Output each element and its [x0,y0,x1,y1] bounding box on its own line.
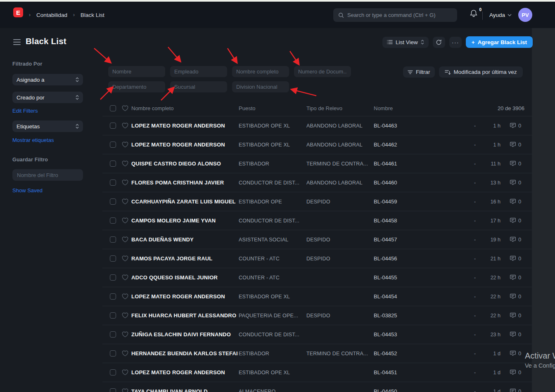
show-tags-link[interactable]: Mostrar etiquetas [12,137,54,143]
row-comments[interactable]: 0 [510,388,524,392]
row-document-id[interactable]: BL-04452 [374,350,423,357]
table-row[interactable]: CAMPOS MOLERO JAIME YVAN CONDUCTOR DE DI… [102,211,532,230]
assigned-to-select[interactable]: Asignado a [12,74,83,85]
favorite-icon[interactable] [122,331,128,338]
row-document-id[interactable]: BL-04460 [374,179,423,186]
row-checkbox[interactable] [110,388,116,392]
table-row[interactable]: LOPEZ MATEO ROGER ANDERSON ESTIBADOR OPE… [102,287,532,306]
breadcrumb-contabilidad[interactable]: Contabilidad [36,12,67,18]
row-document-id[interactable]: BL-04458 [374,217,423,224]
more-options-button[interactable]: ··· [449,37,462,48]
table-row[interactable]: QUISPE CASTRO DIEGO ALONSO ESTIBADOR TER… [102,154,532,173]
add-black-list-button[interactable]: + Agregar Black List [466,36,533,48]
table-row[interactable]: LOPEZ MATEO ROGER ANDERSON ESTIBADOR OPE… [102,135,532,154]
breadcrumb-black-list[interactable]: Black List [81,12,104,18]
table-row[interactable]: FLORES POMA CRISTHIAN JAVIER CONDUCTOR D… [102,173,532,192]
row-checkbox[interactable] [110,217,116,224]
table-row[interactable]: HERNANDEZ BUENDIA KARLOS STEFAI ESTIBADO… [102,344,532,363]
row-checkbox[interactable] [110,123,116,129]
row-document-id[interactable]: BL-04456 [374,255,423,262]
row-comments[interactable]: 0 [510,312,524,319]
row-comments[interactable]: 0 [510,142,524,148]
row-full-name[interactable]: TAYA CHAMBLIVAN ARNOLD [131,388,239,392]
header-nombre[interactable]: Nombre [374,105,423,111]
edit-filters-link[interactable]: Edit Filters [12,108,38,114]
table-row[interactable]: LOPEZ MATEO ROGER ANDERSON ESTIBADOR OPE… [102,116,532,135]
row-checkbox[interactable] [110,179,116,186]
table-row[interactable]: RAMOS PACAYA JORGE RAUL COUNTER - ATC DE… [102,249,532,268]
notifications-button[interactable]: 0 [469,8,481,21]
row-checkbox[interactable] [110,331,116,338]
tags-select[interactable]: Etiquetas [12,120,83,132]
filter-nombre-completo-input[interactable] [232,66,289,77]
favorite-icon[interactable] [122,179,128,186]
filter-name-input[interactable] [12,169,83,181]
header-puesto[interactable]: Puesto [239,105,306,111]
favorite-icon[interactable] [122,312,128,319]
row-document-id[interactable]: BL-04462 [374,142,423,148]
filter-numero-documento-input[interactable] [294,66,351,77]
favorite-column-icon[interactable] [122,105,128,111]
table-row[interactable]: FELIX HUARCA HUBERT ALESSANDRO PAQUETERI… [102,306,532,325]
filter-nombre-input[interactable] [108,66,165,77]
row-full-name[interactable]: LOPEZ MATEO ROGER ANDERSON [131,369,239,375]
global-search-input[interactable]: Search or type a command (Ctrl + G) [333,8,457,22]
filter-departamento-input[interactable] [108,81,165,92]
help-menu[interactable]: Ayuda [489,2,512,28]
row-checkbox[interactable] [110,274,116,281]
row-full-name[interactable]: LOPEZ MATEO ROGER ANDERSON [131,293,239,300]
favorite-icon[interactable] [122,198,128,205]
row-comments[interactable]: 0 [510,217,524,224]
row-checkbox[interactable] [110,312,116,319]
table-row[interactable]: ZUÑIGA ESLACHIN DAIVI FERNANDO CONDUCTOR… [102,325,532,344]
app-logo[interactable]: E [13,7,23,17]
row-checkbox[interactable] [110,161,116,167]
row-checkbox[interactable] [110,369,116,375]
row-comments[interactable]: 0 [510,161,524,167]
row-comments[interactable]: 0 [510,198,524,205]
sidebar-toggle-icon[interactable] [13,39,21,45]
favorite-icon[interactable] [122,350,128,357]
favorite-icon[interactable] [122,236,128,243]
favorite-icon[interactable] [122,369,128,375]
avatar[interactable]: PV [518,8,532,22]
favorite-icon[interactable] [122,142,128,148]
header-nombre-completo[interactable]: Nombre completo [131,105,239,111]
row-comments[interactable]: 0 [510,369,524,375]
sort-button[interactable]: Modificada por última vez [439,66,523,78]
favorite-icon[interactable] [122,274,128,281]
row-document-id[interactable]: BL-04451 [374,369,423,375]
row-document-id[interactable]: BL-04450 [374,388,423,392]
row-document-id[interactable]: BL-04459 [374,198,423,205]
table-row[interactable]: CCARHUAYPIÑA ZARATE LUIS MIGUEL ESTIBADO… [102,192,532,211]
row-checkbox[interactable] [110,236,116,243]
table-row[interactable]: BACA DUEÑAS WENDY ASISTENTA SOCIAL DESPI… [102,230,532,249]
row-comments[interactable]: 0 [510,123,524,129]
filter-button[interactable]: Filtrar [403,66,435,78]
favorite-icon[interactable] [122,161,128,167]
row-comments[interactable]: 0 [510,236,524,243]
row-full-name[interactable]: QUISPE CASTRO DIEGO ALONSO [131,161,239,167]
row-document-id[interactable]: BL-04453 [374,331,423,338]
row-document-id[interactable]: BL-04457 [374,236,423,243]
row-comments[interactable]: 0 [510,179,524,186]
filter-empleado-input[interactable] [170,66,227,77]
row-document-id[interactable]: BL-04455 [374,274,423,281]
row-comments[interactable]: 0 [510,350,524,357]
row-full-name[interactable]: FELIX HUARCA HUBERT ALESSANDRO [131,312,239,319]
filter-division-nacional-input[interactable] [232,81,289,92]
view-selector-button[interactable]: List View [382,37,429,48]
row-full-name[interactable]: LOPEZ MATEO ROGER ANDERSON [131,123,239,129]
row-full-name[interactable]: LOPEZ MATEO ROGER ANDERSON [131,142,239,148]
row-document-id[interactable]: BL-04454 [374,293,423,300]
table-row[interactable]: TAYA CHAMBLIVAN ARNOLD ALMACENERO BL-044… [102,382,532,392]
row-full-name[interactable]: CAMPOS MOLERO JAIME YVAN [131,217,239,224]
row-document-id[interactable]: BL-04461 [374,161,423,167]
favorite-icon[interactable] [122,293,128,300]
row-document-id[interactable]: BL-03825 [374,312,423,319]
row-comments[interactable]: 0 [510,331,524,338]
row-checkbox[interactable] [110,350,116,357]
favorite-icon[interactable] [122,217,128,224]
refresh-button[interactable] [433,37,445,48]
row-full-name[interactable]: FLORES POMA CRISTHIAN JAVIER [131,179,239,186]
